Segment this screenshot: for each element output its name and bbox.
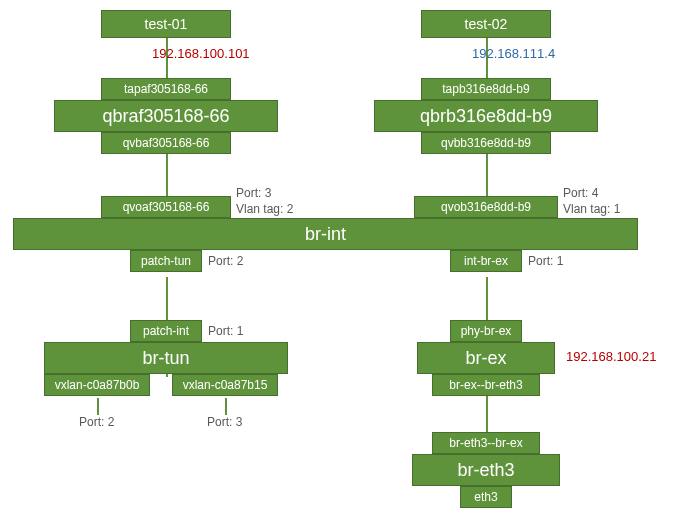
node-patch-int: patch-int: [130, 320, 202, 342]
label-br-int: br-int: [305, 224, 346, 245]
label-int-br-ex: int-br-ex: [464, 254, 508, 268]
node-qbr-left: qbraf305168-66: [54, 100, 278, 132]
node-test-02: test-02: [421, 10, 551, 38]
node-qvo-right: qvob316e8dd-b9: [414, 196, 558, 218]
node-patch-tun: patch-tun: [130, 250, 202, 272]
label-vxlan1: vxlan-c0a87b0b: [55, 378, 140, 392]
label-eth3: eth3: [474, 490, 497, 504]
node-qvb-left: qvbaf305168-66: [101, 132, 231, 154]
port-vxlan2: Port: 3: [207, 415, 242, 429]
label-qbr-left: qbraf305168-66: [102, 106, 229, 127]
port-int-br-ex: Port: 1: [528, 254, 563, 268]
vlan-qvo-right: Vlan tag: 1: [563, 202, 620, 216]
label-qbr-right: qbrb316e8dd-b9: [420, 106, 552, 127]
ip-br-ex: 192.168.100.21: [566, 349, 656, 364]
label-test-02: test-02: [465, 16, 508, 32]
label-patch-tun: patch-tun: [141, 254, 191, 268]
node-br-ex-link: br-ex--br-eth3: [432, 374, 540, 396]
label-br-eth3-link: br-eth3--br-ex: [449, 436, 522, 450]
port-patch-tun: Port: 2: [208, 254, 243, 268]
label-tap-right: tapb316e8dd-b9: [442, 82, 529, 96]
node-br-eth3: br-eth3: [412, 454, 560, 486]
label-qvb-right: qvbb316e8dd-b9: [441, 136, 531, 150]
node-qvo-left: qvoaf305168-66: [101, 196, 231, 218]
line-vxlan1: [97, 398, 99, 415]
label-patch-int: patch-int: [143, 324, 189, 338]
label-qvo-right: qvob316e8dd-b9: [441, 200, 531, 214]
line-vxlan2: [225, 398, 227, 415]
node-tap-right: tapb316e8dd-b9: [421, 78, 551, 100]
label-br-tun: br-tun: [142, 348, 189, 369]
label-br-ex-link: br-ex--br-eth3: [449, 378, 522, 392]
node-qvb-right: qvbb316e8dd-b9: [421, 132, 551, 154]
node-br-tun: br-tun: [44, 342, 288, 374]
node-test-01: test-01: [101, 10, 231, 38]
node-vxlan2: vxlan-c0a87b15: [172, 374, 278, 396]
port-vxlan1: Port: 2: [79, 415, 114, 429]
ip-test-01: 192.168.100.101: [152, 46, 250, 61]
node-phy-br-ex: phy-br-ex: [450, 320, 522, 342]
label-br-eth3: br-eth3: [457, 460, 514, 481]
node-eth3: eth3: [460, 486, 512, 508]
label-phy-br-ex: phy-br-ex: [461, 324, 512, 338]
port-qvo-right: Port: 4: [563, 186, 598, 200]
label-tap-left: tapaf305168-66: [124, 82, 208, 96]
port-qvo-left: Port: 3: [236, 186, 271, 200]
label-br-ex: br-ex: [465, 348, 506, 369]
port-patch-int: Port: 1: [208, 324, 243, 338]
node-tap-left: tapaf305168-66: [101, 78, 231, 100]
node-vxlan1: vxlan-c0a87b0b: [44, 374, 150, 396]
node-int-br-ex: int-br-ex: [450, 250, 522, 272]
label-test-01: test-01: [145, 16, 188, 32]
label-qvo-left: qvoaf305168-66: [123, 200, 210, 214]
node-br-int: br-int: [13, 218, 638, 250]
label-vxlan2: vxlan-c0a87b15: [183, 378, 268, 392]
vlan-qvo-left: Vlan tag: 2: [236, 202, 293, 216]
node-br-ex: br-ex: [417, 342, 555, 374]
ip-test-02: 192.168.111.4: [472, 46, 555, 61]
node-br-eth3-link: br-eth3--br-ex: [432, 432, 540, 454]
node-qbr-right: qbrb316e8dd-b9: [374, 100, 598, 132]
label-qvb-left: qvbaf305168-66: [123, 136, 210, 150]
